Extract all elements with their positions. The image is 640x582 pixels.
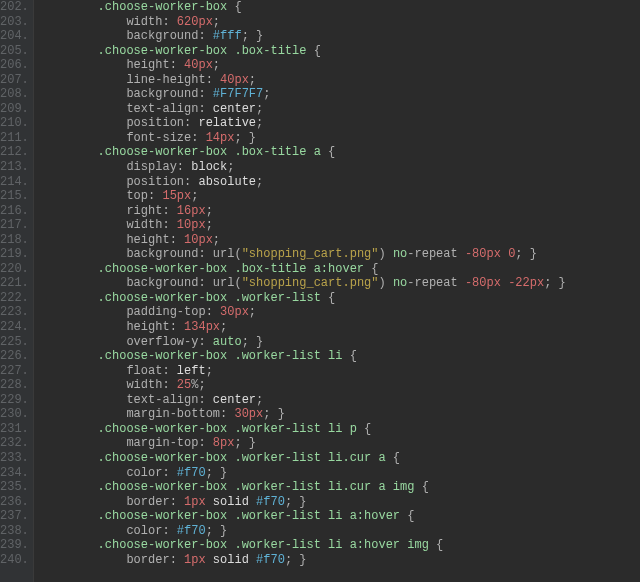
token: : <box>170 233 184 247</box>
line-number: 225. <box>0 335 27 350</box>
token: : <box>162 378 176 392</box>
line-number: 228. <box>0 378 27 393</box>
code-line[interactable]: border: 1px solid #f70; } <box>40 553 566 568</box>
code-line[interactable]: border: 1px solid #f70; } <box>40 495 566 510</box>
token: .choose-worker-box .worker-list li p <box>98 422 357 436</box>
token: .choose-worker-box .worker-list li a:hov… <box>98 509 400 523</box>
token: : <box>198 335 212 349</box>
code-line[interactable]: width: 620px; <box>40 15 566 30</box>
line-number: 206. <box>0 58 27 73</box>
code-line[interactable]: .choose-worker-box .worker-list li a:hov… <box>40 538 566 553</box>
code-line[interactable]: .choose-worker-box .box-title a { <box>40 145 566 160</box>
token: center <box>213 393 256 407</box>
token: ) <box>378 247 392 261</box>
token: right <box>126 204 162 218</box>
token: ; <box>206 218 213 232</box>
code-line[interactable]: width: 10px; <box>40 218 566 233</box>
token: 620px <box>177 15 213 29</box>
code-line[interactable]: background: #fff; } <box>40 29 566 44</box>
token: height <box>126 233 169 247</box>
code-line[interactable]: position: relative; <box>40 116 566 131</box>
token: position <box>126 175 184 189</box>
token: { <box>386 451 400 465</box>
token: ; <box>256 102 263 116</box>
line-number: 220. <box>0 262 27 277</box>
code-line[interactable]: .choose-worker-box .worker-list { <box>40 291 566 306</box>
code-line[interactable]: height: 10px; <box>40 233 566 248</box>
code-line[interactable]: float: left; <box>40 364 566 379</box>
token: -repeat <box>407 276 465 290</box>
code-line[interactable]: text-align: center; <box>40 393 566 408</box>
code-line[interactable]: .choose-worker-box .worker-list li a:hov… <box>40 509 566 524</box>
line-number: 218. <box>0 233 27 248</box>
code-line[interactable]: text-align: center; <box>40 102 566 117</box>
token: .choose-worker-box .box-title a:hover <box>98 262 364 276</box>
code-line[interactable]: .choose-worker-box .worker-list li p { <box>40 422 566 437</box>
token: { <box>400 509 414 523</box>
token: text-align <box>126 102 198 116</box>
line-number: 212. <box>0 145 27 160</box>
token: : <box>170 58 184 72</box>
token: { <box>357 422 371 436</box>
token: ; } <box>285 553 307 567</box>
token: absolute <box>198 175 256 189</box>
line-number: 208. <box>0 87 27 102</box>
code-line[interactable]: width: 25%; <box>40 378 566 393</box>
token: : <box>198 29 212 43</box>
token: line-height <box>126 73 205 87</box>
line-number: 234. <box>0 466 27 481</box>
code-area[interactable]: .choose-worker-box { width: 620px; backg… <box>34 0 566 582</box>
line-number: 233. <box>0 451 27 466</box>
code-line[interactable]: background: url("shopping_cart.png") no-… <box>40 276 566 291</box>
code-line[interactable]: margin-bottom: 30px; } <box>40 407 566 422</box>
code-line[interactable]: top: 15px; <box>40 189 566 204</box>
token: : <box>162 15 176 29</box>
code-line[interactable]: right: 16px; <box>40 204 566 219</box>
token: ; } <box>515 247 537 261</box>
token: #F7F7F7 <box>213 87 263 101</box>
token: background <box>126 247 198 261</box>
token: ; <box>206 364 213 378</box>
code-line[interactable]: .choose-worker-box .worker-list li { <box>40 349 566 364</box>
token: 30px <box>220 305 249 319</box>
line-number: 202. <box>0 0 27 15</box>
line-number: 214. <box>0 175 27 190</box>
token: padding-top <box>126 305 205 319</box>
code-line[interactable]: color: #f70; } <box>40 524 566 539</box>
line-number: 216. <box>0 204 27 219</box>
code-line[interactable]: color: #f70; } <box>40 466 566 481</box>
code-line[interactable]: .choose-worker-box .worker-list li.cur a… <box>40 480 566 495</box>
code-line[interactable]: overflow-y: auto; } <box>40 335 566 350</box>
token: : <box>191 131 205 145</box>
code-line[interactable]: background: #F7F7F7; <box>40 87 566 102</box>
token: ; <box>198 378 205 392</box>
code-line[interactable]: margin-top: 8px; } <box>40 436 566 451</box>
token: 10px <box>177 218 206 232</box>
code-line[interactable]: display: block; <box>40 160 566 175</box>
code-line[interactable]: font-size: 14px; } <box>40 131 566 146</box>
token: { <box>342 349 356 363</box>
line-number: 207. <box>0 73 27 88</box>
code-line[interactable]: background: url("shopping_cart.png") no-… <box>40 247 566 262</box>
code-line[interactable]: line-height: 40px; <box>40 73 566 88</box>
token: url( <box>213 247 242 261</box>
code-line[interactable]: position: absolute; <box>40 175 566 190</box>
token: { <box>414 480 428 494</box>
line-number: 219. <box>0 247 27 262</box>
token: ; <box>256 116 263 130</box>
line-number: 229. <box>0 393 27 408</box>
code-line[interactable]: height: 134px; <box>40 320 566 335</box>
code-line[interactable]: padding-top: 30px; <box>40 305 566 320</box>
code-line[interactable]: .choose-worker-box .box-title { <box>40 44 566 59</box>
code-line[interactable]: .choose-worker-box { <box>40 0 566 15</box>
token <box>206 553 213 567</box>
code-line[interactable]: .choose-worker-box .worker-list li.cur a… <box>40 451 566 466</box>
code-line[interactable]: height: 40px; <box>40 58 566 73</box>
code-line[interactable]: .choose-worker-box .box-title a:hover { <box>40 262 566 277</box>
token: font-size <box>126 131 191 145</box>
token: top <box>126 189 148 203</box>
token: { <box>321 145 335 159</box>
token: : <box>162 524 176 538</box>
line-number: 205. <box>0 44 27 59</box>
token: ; <box>213 233 220 247</box>
